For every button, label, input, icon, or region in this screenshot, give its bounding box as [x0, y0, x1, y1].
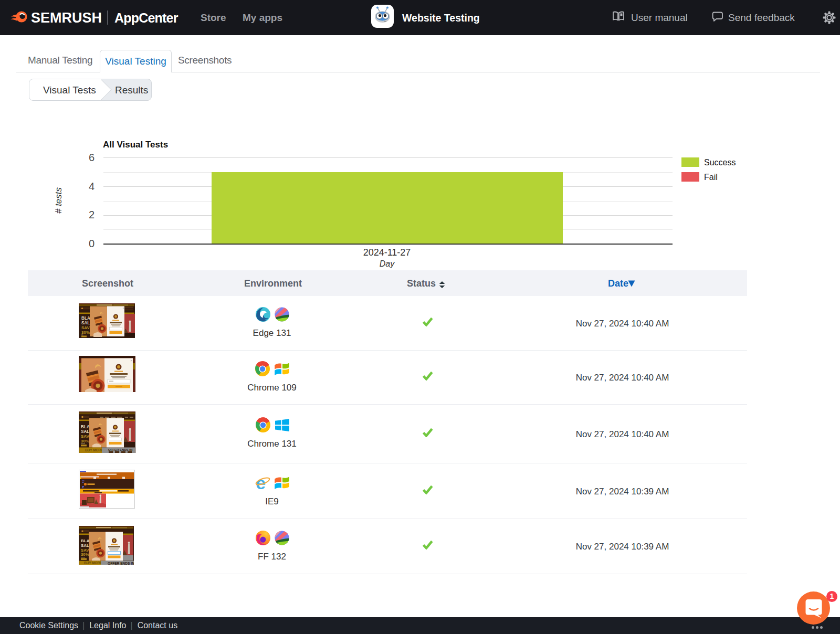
svg-text:30%: 30% — [81, 552, 89, 557]
svg-text:30%: 30% — [81, 439, 89, 443]
svg-text:BUY MORE,: BUY MORE, — [85, 448, 104, 452]
svg-text:OFFER ENDS IN: OFFER ENDS IN — [108, 448, 132, 451]
svg-text:30%: 30% — [81, 330, 90, 335]
svg-text:BUY MORE: BUY MORE — [84, 561, 102, 565]
svg-text:OFFER ENDS IN: OFFER ENDS IN — [108, 562, 134, 565]
svg-text:×: × — [131, 359, 132, 362]
svg-text:×: × — [123, 307, 124, 310]
